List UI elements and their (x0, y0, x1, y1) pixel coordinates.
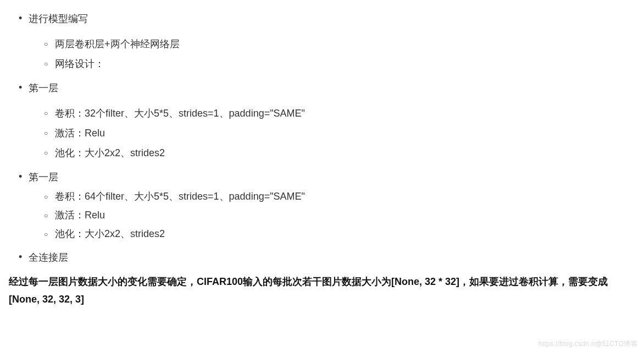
outline-item-model-writing: 进行模型编写 两层卷积层+两个神经网络层 网络设计： (9, 11, 635, 74)
outline-item-title: 全连接层 (29, 250, 635, 265)
outline-list: 进行模型编写 两层卷积层+两个神经网络层 网络设计： 第一层 卷积：32个fil… (9, 11, 635, 265)
sublist-item: 网络设计： (29, 54, 635, 74)
outline-item-title: 第一层 (29, 80, 635, 96)
outline-item-title: 进行模型编写 (29, 11, 635, 26)
outline-item-fc-layer: 全连接层 (9, 250, 635, 265)
outline-item-layer1a: 第一层 卷积：32个filter、大小5*5、strides=1、padding… (9, 80, 635, 163)
sublist: 卷积：64个filter、大小5*5、strides=1、padding="SA… (29, 187, 635, 243)
sublist: 卷积：32个filter、大小5*5、strides=1、padding="SA… (29, 103, 635, 163)
sublist-item: 激活：Relu (29, 206, 635, 224)
sublist: 两层卷积层+两个神经网络层 网络设计： (29, 34, 635, 74)
outline-item-title: 第一层 (29, 169, 635, 185)
sublist-item: 池化：大小2x2、strides2 (29, 224, 635, 243)
sublist-item: 卷积：32个filter、大小5*5、strides=1、padding="SA… (29, 103, 635, 123)
sublist-item: 卷积：64个filter、大小5*5、strides=1、padding="SA… (29, 187, 635, 206)
sublist-item: 激活：Relu (29, 123, 635, 143)
watermark-text: https://blog.csdn.n@51CTO博客 (538, 339, 637, 349)
summary-paragraph: 经过每一层图片数据大小的变化需要确定，CIFAR100输入的每批次若干图片数据大… (9, 273, 635, 308)
outline-item-layer1b: 第一层 卷积：64个filter、大小5*5、strides=1、padding… (9, 169, 635, 243)
sublist-item: 池化：大小2x2、strides2 (29, 143, 635, 163)
sublist-item: 两层卷积层+两个神经网络层 (29, 34, 635, 54)
